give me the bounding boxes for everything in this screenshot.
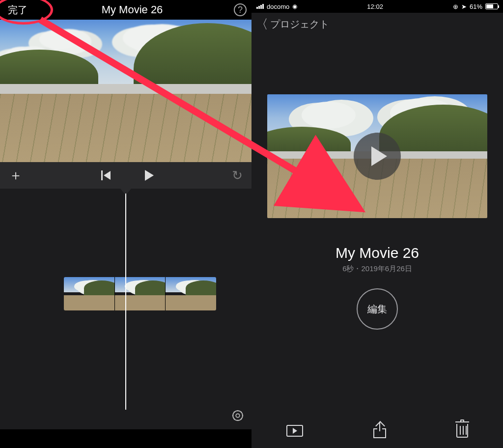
bottom-toolbar (252, 414, 503, 448)
share-button[interactable] (373, 423, 386, 438)
project-title-editor: My Movie 26 (102, 3, 163, 16)
help-button[interactable]: ? (234, 3, 247, 16)
play-overlay-button[interactable] (354, 133, 401, 180)
project-screen: docomo ◉ 12:02 ⊕ ➤ 61% 〈 プロジェクト My Movie… (252, 0, 503, 448)
location-icon: ➤ (461, 3, 467, 10)
nav-bar: 〈 プロジェクト (252, 13, 503, 35)
play-fullscreen-button[interactable] (286, 425, 303, 437)
edit-button[interactable]: 編集 (357, 288, 398, 330)
project-title: My Movie 26 (252, 245, 503, 261)
orientation-lock-icon: ⊕ (453, 3, 458, 10)
battery-percent: 61% (470, 3, 482, 10)
editor-header: 完了 My Movie 26 ? (0, 0, 252, 20)
play-button[interactable] (145, 170, 154, 181)
timeline-clip[interactable] (64, 277, 216, 310)
back-label[interactable]: プロジェクト (270, 18, 329, 31)
playhead-line[interactable] (125, 194, 126, 410)
wifi-icon: ◉ (292, 3, 297, 10)
editor-toolbar: ＋ ↺ (0, 162, 252, 189)
play-icon (371, 146, 387, 166)
clock: 12:02 (367, 3, 383, 10)
delete-button[interactable] (456, 424, 468, 438)
add-media-button[interactable]: ＋ (9, 166, 23, 185)
editor-screen: 完了 My Movie 26 ? ＋ ↺ (0, 0, 252, 448)
skip-to-start-button[interactable] (101, 170, 111, 180)
signal-icon (256, 4, 264, 9)
battery-icon (485, 3, 498, 9)
timeline[interactable] (0, 189, 252, 429)
svg-point-0 (236, 414, 239, 417)
svg-point-1 (233, 411, 243, 420)
undo-button[interactable]: ↺ (232, 168, 243, 183)
status-bar: docomo ◉ 12:02 ⊕ ➤ 61% (252, 0, 503, 13)
settings-button[interactable] (231, 409, 245, 424)
project-subtitle: 6秒・2019年6月26日 (252, 264, 503, 274)
project-thumbnail[interactable] (267, 94, 487, 218)
carrier-label: docomo (267, 3, 289, 10)
done-button[interactable]: 完了 (5, 2, 30, 18)
back-chevron-icon[interactable]: 〈 (255, 18, 268, 30)
video-preview[interactable] (0, 20, 252, 162)
